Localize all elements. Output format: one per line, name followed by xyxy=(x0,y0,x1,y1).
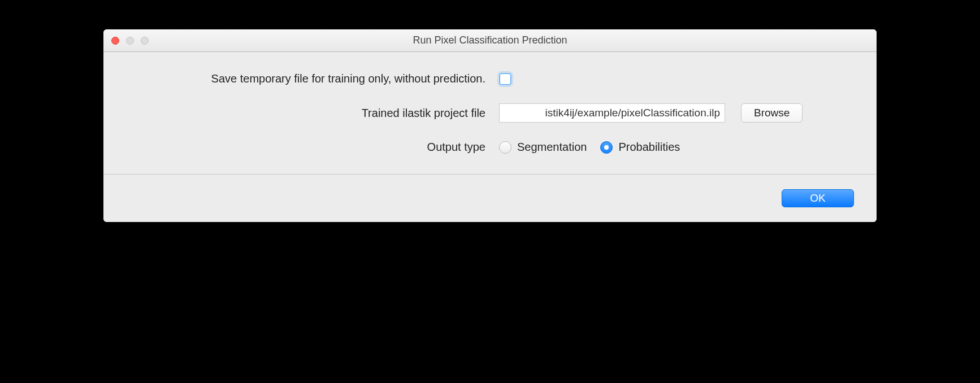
dialog-body: Save temporary file for training only, w… xyxy=(103,52,877,175)
radio-probabilities-label: Probabilities xyxy=(618,141,680,154)
close-icon[interactable] xyxy=(111,37,119,45)
dialog-footer: OK xyxy=(103,175,877,222)
window-title: Run Pixel Classification Prediction xyxy=(103,34,877,46)
save-temp-control xyxy=(499,73,854,85)
traffic-lights xyxy=(111,37,149,45)
radio-segmentation-indicator xyxy=(499,141,511,154)
save-temp-row: Save temporary file for training only, w… xyxy=(126,72,854,85)
dialog-window: Run Pixel Classification Prediction Save… xyxy=(103,29,877,222)
radio-segmentation-label: Segmentation xyxy=(517,141,587,154)
maximize-icon[interactable] xyxy=(141,37,149,45)
project-file-control: istik4ij/example/pixelClassification.ilp… xyxy=(499,103,854,123)
titlebar[interactable]: Run Pixel Classification Prediction xyxy=(103,29,877,52)
output-type-row: Output type Segmentation Probabilities xyxy=(126,141,854,154)
save-temp-label: Save temporary file for training only, w… xyxy=(126,72,499,85)
browse-button[interactable]: Browse xyxy=(741,103,803,123)
radio-probabilities[interactable]: Probabilities xyxy=(600,141,680,154)
ok-button[interactable]: OK xyxy=(782,189,854,207)
save-temp-checkbox[interactable] xyxy=(499,73,511,85)
project-file-row: Trained ilastik project file istik4ij/ex… xyxy=(126,103,854,123)
project-file-input[interactable]: istik4ij/example/pixelClassification.ilp xyxy=(499,103,725,123)
output-type-label: Output type xyxy=(126,141,499,154)
output-type-controls: Segmentation Probabilities xyxy=(499,141,854,154)
radio-probabilities-indicator xyxy=(600,141,613,154)
minimize-icon[interactable] xyxy=(126,37,134,45)
project-file-label: Trained ilastik project file xyxy=(126,107,499,120)
radio-segmentation[interactable]: Segmentation xyxy=(499,141,587,154)
